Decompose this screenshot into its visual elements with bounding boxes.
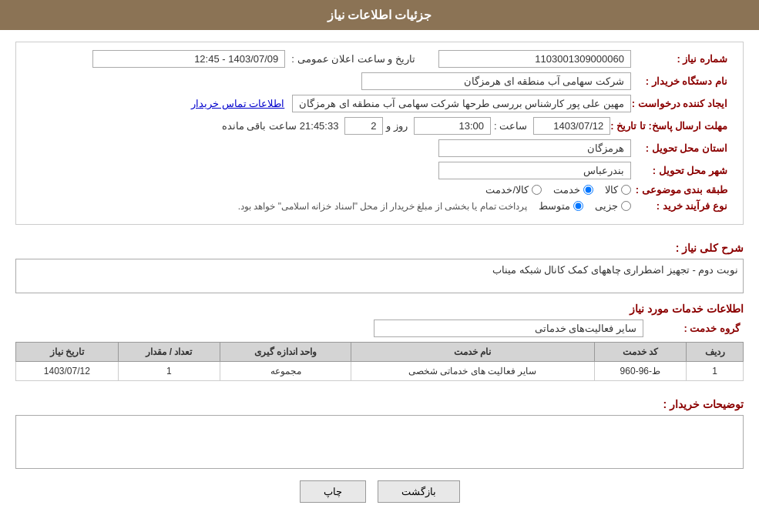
radio-khedmat-label: خدمت <box>553 184 580 196</box>
province-label: استان محل تحویل : <box>631 142 731 154</box>
category-label: طبقه بندی موضوعی : <box>631 184 731 196</box>
radio-kala-khedmat: کالا/خدمت <box>485 184 542 196</box>
page-wrapper: جزئیات اطلاعات نیاز شماره نیاز : 1103001… <box>0 0 759 532</box>
creator-value: مهین علی پور کارشناس بررسی طرحها شرکت سه… <box>292 95 631 112</box>
table-cell-quantity: 1 <box>118 362 220 381</box>
col-qty: تعداد / مقدار <box>118 343 220 362</box>
print-button[interactable]: چاپ <box>300 480 366 503</box>
radio-motavase-input[interactable] <box>573 201 583 211</box>
radio-khedmat-input[interactable] <box>583 185 593 195</box>
need-description-value: نوبت دوم - تجهیز اضطراری چاههای کمک کانا… <box>15 259 744 293</box>
row-need-description: شرح کلی نیاز : نوبت دوم - تجهیز اضطراری … <box>15 234 744 293</box>
col-name: نام خدمت <box>351 343 595 362</box>
radio-motavase-label: متوسط <box>539 200 570 212</box>
services-table: ردیف کد خدمت نام خدمت واحد اندازه گیری ت… <box>15 342 744 381</box>
buyer-notes-textarea[interactable] <box>15 415 744 469</box>
table-header-row: ردیف کد خدمت نام خدمت واحد اندازه گیری ت… <box>16 343 744 362</box>
row-city: شهر محل تحویل : بندرعباس <box>28 162 731 179</box>
radio-jozi-input[interactable] <box>621 201 631 211</box>
radio-khedmat: خدمت <box>553 184 593 196</box>
table-cell-row: 1 <box>687 362 744 381</box>
col-unit: واحد اندازه گیری <box>220 343 351 362</box>
radio-kala: کالا <box>605 184 631 196</box>
radio-jozi: جزیی <box>595 200 631 212</box>
row-category: طبقه بندی موضوعی : کالا خدمت کالا/خدمت <box>28 184 731 196</box>
header-title: جزئیات اطلاعات نیاز <box>327 8 432 22</box>
category-radio-group: کالا خدمت کالا/خدمت <box>485 184 631 196</box>
deadline-time: 13:00 <box>414 117 491 135</box>
table-cell-date: 1403/07/12 <box>16 362 119 381</box>
row-need-number: شماره نیاز : 1103001309000060 تاریخ و سا… <box>28 50 731 68</box>
radio-jozi-label: جزیی <box>595 200 618 212</box>
info-section: شماره نیاز : 1103001309000060 تاریخ و سا… <box>15 42 744 225</box>
deadline-label: مهلت ارسال پاسخ: تا تاریخ : <box>610 120 731 132</box>
col-date: تاریخ نیاز <box>16 343 119 362</box>
province-value: هرمزگان <box>438 139 631 157</box>
deadline-days: 2 <box>344 117 383 135</box>
radio-kala-input[interactable] <box>621 185 631 195</box>
process-note: پرداخت تمام یا بخشی از مبلغ خریدار از مح… <box>238 201 527 212</box>
radio-kala-khedmat-input[interactable] <box>532 185 542 195</box>
deadline-time-label: ساعت : <box>494 120 527 132</box>
buyer-value: شرکت سهامی آب منطقه ای هرمزگان <box>361 72 631 90</box>
row-buyer: نام دستگاه خریدار : شرکت سهامی آب منطقه … <box>28 72 731 90</box>
buyer-label: نام دستگاه خریدار : <box>631 75 731 87</box>
deadline-remaining-label: ساعت باقی مانده <box>222 120 297 132</box>
col-code: کد خدمت <box>594 343 686 362</box>
main-content: شماره نیاز : 1103001309000060 تاریخ و سا… <box>0 30 759 526</box>
creator-label: ایجاد کننده درخواست : <box>631 98 731 109</box>
back-button[interactable]: بازگشت <box>378 480 460 503</box>
process-label: نوع فرآیند خرید : <box>631 200 731 212</box>
buyer-notes-label: توضیحات خریدار : <box>643 398 744 410</box>
table-cell-unit: مجموعه <box>220 362 351 381</box>
bottom-buttons: بازگشت چاپ <box>15 480 744 503</box>
contact-link[interactable]: اطلاعات تماس خریدار <box>191 98 284 109</box>
col-row: ردیف <box>687 343 744 362</box>
announce-label: تاریخ و ساعت اعلان عمومی : <box>291 53 415 65</box>
table-row: 1ط-96-960سایر فعالیت های خدماتی شخصیمجمو… <box>16 362 744 381</box>
row-deadline: مهلت ارسال پاسخ: تا تاریخ : 1403/07/12 س… <box>28 117 731 135</box>
need-description-title: شرح کلی نیاز : <box>643 242 744 254</box>
need-number-value: 1103001309000060 <box>438 50 631 68</box>
deadline-date: 1403/07/12 <box>533 117 610 135</box>
radio-motavase: متوسط <box>539 200 583 212</box>
row-buyer-notes: توضیحات خریدار : <box>15 390 744 469</box>
process-radio-group: جزیی متوسط <box>539 200 631 212</box>
deadline-days-label: روز و <box>386 120 408 132</box>
city-label: شهر محل تحویل : <box>631 165 731 176</box>
need-number-label: شماره نیاز : <box>631 53 731 65</box>
announce-value: 1403/07/09 - 12:45 <box>92 50 285 68</box>
radio-kala-label: کالا <box>605 184 618 196</box>
row-province: استان محل تحویل : هرمزگان <box>28 139 731 157</box>
table-cell-code: ط-96-960 <box>594 362 686 381</box>
row-creator: ایجاد کننده درخواست : مهین علی پور کارشن… <box>28 95 731 112</box>
table-cell-name: سایر فعالیت های خدماتی شخصی <box>351 362 595 381</box>
services-group-value: سایر فعالیت‌های خدماتی <box>374 320 643 337</box>
row-services-group: گروه خدمت : سایر فعالیت‌های خدماتی <box>15 320 744 337</box>
services-group-label: گروه خدمت : <box>643 323 744 334</box>
page-header: جزئیات اطلاعات نیاز <box>0 0 759 30</box>
row-process: نوع فرآیند خرید : جزیی متوسط پرداخت تمام… <box>28 200 731 212</box>
services-section-title: اطلاعات خدمات مورد نیاز <box>15 303 744 315</box>
city-value: بندرعباس <box>438 162 631 179</box>
deadline-remaining-time: 21:45:33 <box>300 120 339 132</box>
radio-kala-khedmat-label: کالا/خدمت <box>485 184 529 196</box>
